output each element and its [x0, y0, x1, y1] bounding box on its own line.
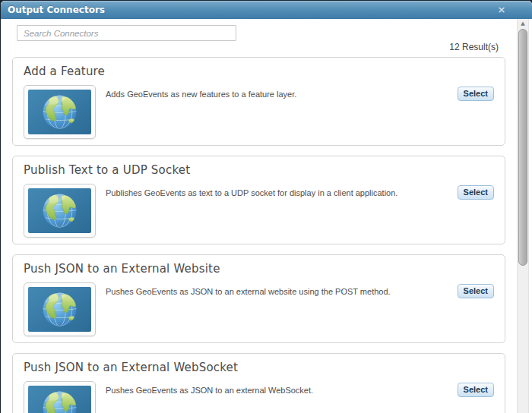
- connector-thumbnail: [24, 184, 96, 238]
- page-background: Output Connectors × 12 Result(s) Add a F…: [0, 0, 532, 413]
- connector-card: Add a Feature: [12, 57, 505, 146]
- globe-icon: [28, 90, 91, 134]
- connector-thumbnail: [24, 282, 96, 336]
- connector-card-row: Adds GeoEvents as new features to a feat…: [24, 85, 494, 139]
- scrollbar-thumb[interactable]: [518, 29, 527, 266]
- connector-card: Publish Text to a UDP Socket: [12, 156, 505, 244]
- select-button[interactable]: Select: [458, 185, 494, 200]
- connector-card-row: Pushes GeoEvents as JSON to an external …: [24, 381, 494, 413]
- connector-title: Push JSON to an External Website: [24, 262, 494, 276]
- connector-description: Adds GeoEvents as new features to a feat…: [106, 89, 447, 99]
- connector-title: Publish Text to a UDP Socket: [24, 163, 494, 177]
- select-button[interactable]: Select: [458, 284, 494, 298]
- connector-list: Add a Feature: [12, 57, 505, 413]
- connector-description: Publishes GeoEvents as text to a UDP soc…: [106, 188, 447, 198]
- dialog-titlebar[interactable]: Output Connectors ×: [1, 1, 532, 19]
- select-button[interactable]: Select: [458, 87, 494, 101]
- connector-thumbnail: [24, 381, 96, 413]
- dialog-title: Output Connectors: [1, 1, 105, 19]
- dialog-body: 12 Result(s) Add a Feature: [1, 19, 532, 413]
- connector-title: Push JSON to an External WebSocket: [24, 361, 494, 374]
- connector-thumbnail: [24, 85, 96, 139]
- connector-card: Push JSON to an External Website: [12, 254, 505, 343]
- output-connectors-dialog: Output Connectors × 12 Result(s) Add a F…: [1, 1, 532, 413]
- scroll-up-arrow-icon[interactable]: ▲: [518, 19, 528, 28]
- results-count: 12 Result(s): [1, 42, 499, 52]
- globe-icon: [28, 287, 91, 332]
- select-button[interactable]: Select: [458, 383, 494, 397]
- connector-card-row: Pushes GeoEvents as JSON to an external …: [24, 282, 494, 336]
- close-icon[interactable]: ×: [496, 4, 507, 15]
- globe-icon: [28, 188, 91, 233]
- globe-icon: [28, 386, 91, 413]
- scrollbar[interactable]: ▲: [517, 19, 529, 413]
- connector-description: Pushes GeoEvents as JSON to an external …: [106, 286, 447, 297]
- connector-card-row: Publishes GeoEvents as text to a UDP soc…: [24, 184, 494, 238]
- connector-card: Push JSON to an External WebSocket: [12, 353, 505, 413]
- connector-title: Add a Feature: [24, 65, 494, 78]
- connector-description: Pushes GeoEvents as JSON to an external …: [106, 385, 447, 396]
- search-input[interactable]: [17, 25, 236, 41]
